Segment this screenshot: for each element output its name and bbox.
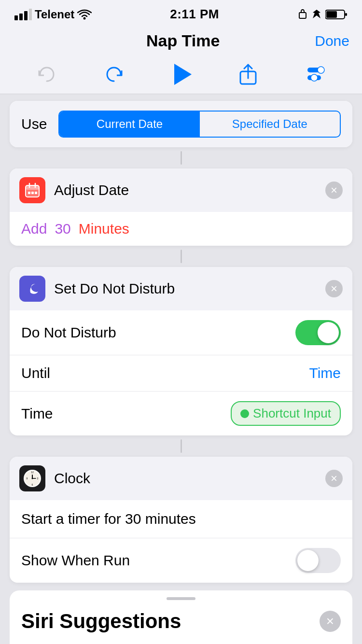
siri-close-button[interactable]: × [320, 611, 341, 632]
dnd-toggle[interactable] [295, 320, 341, 345]
dnd-row-1-label: Do Not Disturb [21, 324, 116, 341]
svg-text:6: 6 [32, 483, 33, 486]
dnd-title: Set Do Not Disturb [54, 280, 325, 297]
clock-icon-container: 12 3 6 9 [19, 465, 45, 491]
undo-icon [32, 62, 57, 87]
play-button[interactable] [174, 64, 192, 85]
shortcut-input-badge[interactable]: Shortcut Input [231, 401, 341, 426]
svg-point-12 [318, 67, 324, 73]
svg-point-14 [311, 74, 318, 81]
svg-text:12: 12 [31, 471, 34, 474]
done-button[interactable]: Done [315, 33, 349, 49]
adjust-date-title: Adjust Date [54, 182, 325, 198]
svg-rect-22 [35, 192, 37, 194]
show-when-run-label: Show When Run [21, 552, 130, 569]
dnd-card: Set Do Not Disturb Do Not Disturb Until … [10, 267, 352, 435]
status-bar: Telenet 2:11 PM [0, 0, 362, 27]
siri-panel-content: Siri Suggestions × [10, 590, 352, 644]
svg-rect-17 [26, 185, 39, 190]
svg-point-4 [84, 17, 86, 19]
status-right [297, 9, 348, 20]
battery-icon [325, 9, 348, 20]
share-button[interactable] [237, 62, 259, 87]
clock-close-button[interactable] [325, 470, 343, 487]
timer-text: Start a timer for 30 minutes [21, 511, 196, 527]
dnd-header: Set Do Not Disturb [10, 267, 352, 310]
content-area: Use Current Date Specified Date [0, 101, 362, 644]
toolbar [0, 57, 362, 94]
page-title: Nap Time [146, 31, 220, 50]
svg-rect-3 [29, 9, 32, 20]
clock-title: Clock [54, 470, 325, 487]
carrier-label: Telenet [35, 8, 74, 21]
until-label: Until [21, 365, 50, 381]
toggle-knob [318, 322, 339, 343]
siri-title: Siri Suggestions [21, 610, 181, 633]
svg-rect-7 [326, 11, 337, 18]
svg-point-31 [32, 478, 33, 479]
adjust-date-card: Adjust Date Add 30 Minutes [10, 168, 352, 246]
svg-rect-5 [299, 13, 306, 18]
specified-date-btn[interactable]: Specified Date [200, 112, 340, 137]
redo-icon [103, 62, 128, 87]
use-card: Use Current Date Specified Date [10, 101, 352, 147]
adjust-date-icon [19, 177, 45, 203]
use-label: Use [21, 116, 47, 132]
signal-icon [14, 9, 32, 20]
show-when-run-row: Show When Run [10, 538, 352, 583]
share-icon [237, 62, 259, 87]
calendar-icon [25, 182, 40, 198]
add-unit[interactable]: Minutes [79, 221, 129, 237]
svg-text:3: 3 [37, 477, 39, 480]
time-label: Time [21, 406, 53, 422]
dnd-row-3: Time Shortcut Input [10, 392, 352, 435]
nav-bar: Nap Time Done [0, 27, 362, 57]
siri-panel-handle [167, 597, 195, 600]
show-when-run-toggle[interactable] [295, 548, 341, 573]
svg-text:9: 9 [27, 477, 28, 480]
undo-button[interactable] [32, 62, 57, 87]
connector-2 [10, 246, 352, 267]
wifi-icon [77, 9, 92, 20]
settings-icon [305, 62, 330, 87]
shortcut-dot-icon [240, 409, 249, 418]
svg-rect-1 [19, 14, 23, 20]
svg-rect-2 [24, 11, 28, 20]
adjust-date-close-button[interactable] [325, 182, 343, 199]
dnd-row-2[interactable]: Until Time [10, 355, 352, 392]
svg-rect-8 [345, 13, 347, 16]
dnd-icon [19, 276, 45, 302]
connector-3 [10, 435, 352, 457]
adjust-date-header: Adjust Date [10, 168, 352, 212]
connector-1 [10, 147, 352, 168]
settings-button[interactable] [305, 62, 330, 87]
time-display: 2:11 PM [170, 7, 219, 22]
current-date-btn[interactable]: Current Date [59, 112, 199, 137]
clock-icon: 12 3 6 9 [22, 468, 42, 489]
show-when-run-knob [297, 550, 319, 571]
until-value: Time [309, 365, 341, 381]
siri-header: Siri Suggestions × [21, 610, 341, 633]
clock-header: 12 3 6 9 Clock [10, 457, 352, 500]
svg-rect-0 [14, 15, 18, 20]
adjust-date-body: Add 30 Minutes [10, 212, 352, 246]
redo-button[interactable] [103, 62, 128, 87]
moon-icon [25, 281, 40, 296]
svg-rect-21 [31, 192, 34, 194]
play-icon [174, 64, 192, 85]
add-amount[interactable]: 30 [55, 221, 70, 237]
shortcut-badge-text: Shortcut Input [253, 406, 331, 421]
location-icon [312, 9, 321, 20]
clock-card: 12 3 6 9 Clock Start a timer for 30 minu… [10, 457, 352, 583]
siri-panel: Siri Suggestions × [10, 590, 352, 644]
status-left: Telenet [14, 8, 92, 21]
dnd-close-button[interactable] [325, 280, 343, 297]
dnd-row-1: Do Not Disturb [10, 310, 352, 355]
add-label: Add [21, 221, 47, 237]
screen-lock-icon [297, 9, 308, 20]
svg-rect-20 [28, 192, 30, 194]
timer-text-row: Start a timer for 30 minutes [10, 500, 352, 538]
